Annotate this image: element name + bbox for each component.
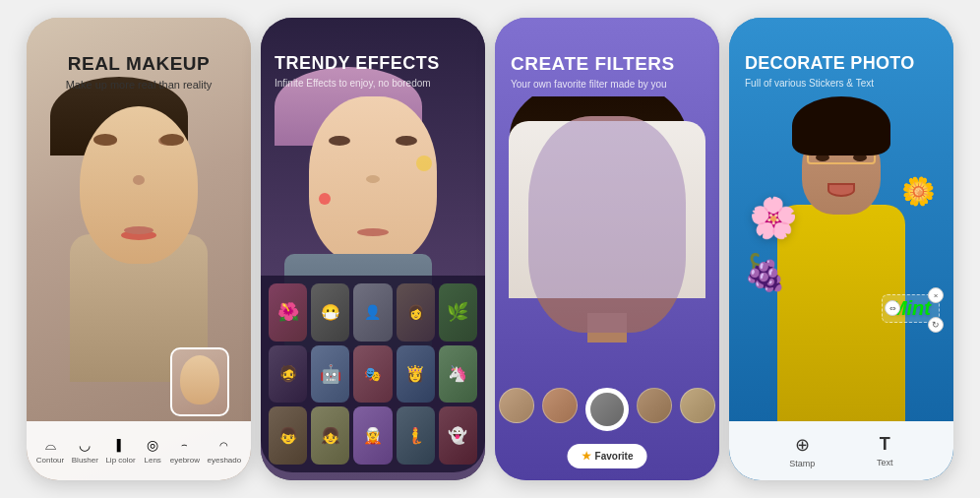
card-create-filters: CREATE FILTERS Your own favorite filter … <box>495 18 719 480</box>
effect-thumb-11[interactable]: 👦 <box>269 406 307 465</box>
filter-circle-active[interactable] <box>585 388 629 431</box>
effect-thumb-10[interactable]: 🦄 <box>439 345 477 404</box>
card2-title: TRENDY EFFECTS <box>275 53 471 74</box>
filter-circle-2[interactable] <box>542 388 578 423</box>
stamp-icon: ⊕ <box>795 434 810 456</box>
card3-text-area: CREATE FILTERS Your own favorite filter … <box>495 53 719 90</box>
toolbar-lens[interactable]: ◎ Lens <box>143 437 162 465</box>
card4-title: DECORATE PHOTO <box>745 53 938 74</box>
card1-title: REAL MAKEUP <box>27 53 251 75</box>
card2-left-eye <box>329 136 350 146</box>
effect-thumb-14[interactable]: 🧜 <box>397 406 435 465</box>
effect-thumb-2[interactable]: 😷 <box>311 283 349 342</box>
effect-dot-red <box>319 193 331 205</box>
card-real-makeup: REAL MAKEUP Make up more real than reali… <box>27 18 251 480</box>
card3-subtitle: Your own favorite filter made by you <box>511 79 704 90</box>
card2-right-eye <box>396 136 417 146</box>
card1-thumbnail <box>170 347 229 416</box>
stamp-label: Stamp <box>789 459 815 468</box>
card1-face-area <box>60 106 217 382</box>
eyeshadow-icon: ◠ <box>214 437 234 453</box>
effect-thumb-13[interactable]: 🧝 <box>353 406 392 465</box>
card2-text-area: TRENDY EFFECTS Infinite Effects to enjoy… <box>275 53 471 89</box>
card4-text-area: DECORATE PHOTO Full of various Stickers … <box>729 53 953 89</box>
effect-thumb-3[interactable]: 👤 <box>353 283 392 342</box>
card2-nose <box>366 175 380 183</box>
filter-circle-4[interactable] <box>680 388 715 423</box>
favorite-button[interactable]: ★ Favorite <box>568 444 647 468</box>
lip-color-label: Lip color <box>105 456 135 465</box>
star-icon: ★ <box>582 450 591 463</box>
lens-label: Lens <box>145 456 161 465</box>
card1-left-eye <box>93 134 117 146</box>
card4-person-area: 🌸 🌼 🍇 Mint × ↻ ⇔ <box>729 96 953 421</box>
toolbar-eyebrow[interactable]: ⌢ eyebrow <box>170 437 200 465</box>
card3-title: CREATE FILTERS <box>511 53 704 75</box>
card-decorate-photo: DECORATE PHOTO Full of various Stickers … <box>729 18 953 480</box>
effect-dot-yellow <box>416 156 432 171</box>
blusher-icon: ◡ <box>75 437 94 453</box>
effect-thumb-6[interactable]: 🧔 <box>269 345 307 404</box>
contour-label: Contour <box>36 456 64 465</box>
card2-lips <box>357 228 389 236</box>
sticker-close-control[interactable]: × <box>928 287 944 303</box>
lens-icon: ◎ <box>143 437 162 453</box>
toolbar-eyeshadow[interactable]: ◠ eyeshado <box>208 437 242 465</box>
filter-circle-1[interactable] <box>499 388 534 423</box>
main-container: REAL MAKEUP Make up more real than reali… <box>0 0 980 498</box>
effect-thumb-9[interactable]: 👸 <box>397 345 435 404</box>
sticker-flower-large[interactable]: 🌸 <box>749 195 798 241</box>
favorite-label: Favorite <box>595 451 634 462</box>
effect-thumb-12[interactable]: 👧 <box>311 406 349 465</box>
card3-face <box>528 116 686 333</box>
card1-lips <box>121 230 156 240</box>
effect-thumb-15[interactable]: 👻 <box>439 406 477 465</box>
eyebrow-icon: ⌢ <box>175 437 195 453</box>
eyebrow-label: eyebrow <box>170 456 200 465</box>
card3-filter-overlay <box>528 116 686 333</box>
card3-filter-circles[interactable] <box>495 388 719 431</box>
sticker-flower-small[interactable]: 🌼 <box>901 175 936 208</box>
card1-subtitle: Make up more real than reality <box>27 79 251 91</box>
effect-thumb-4[interactable]: 👩 <box>397 283 435 342</box>
card4-subtitle: Full of various Stickers & Text <box>745 78 938 89</box>
card1-face <box>60 106 217 264</box>
contour-icon: ⌓ <box>40 437 60 453</box>
card2-face <box>309 96 437 264</box>
effect-thumb-7[interactable]: 🤖 <box>311 345 349 404</box>
card4-person-hair <box>792 96 890 156</box>
card4-mouth <box>827 183 855 197</box>
card1-face-oval <box>80 106 198 264</box>
card1-thumb-face <box>180 355 219 405</box>
card3-face-area <box>495 96 719 392</box>
card1-right-eye <box>160 134 184 146</box>
card1-text-area: REAL MAKEUP Make up more real than reali… <box>27 53 251 91</box>
toolbar-blusher[interactable]: ◡ Blusher <box>72 437 98 465</box>
filter-circle-3[interactable] <box>637 388 672 423</box>
card1-nose <box>133 175 145 185</box>
blusher-label: Blusher <box>72 456 98 465</box>
lip-color-icon: ▌ <box>111 437 131 453</box>
text-label: Text <box>877 458 893 467</box>
sticker-handle-control[interactable]: ⇔ <box>885 300 900 316</box>
effect-thumb-8[interactable]: 🎭 <box>353 345 392 404</box>
sticker-grapes[interactable]: 🍇 <box>743 252 787 293</box>
card2-subtitle: Infinite Effects to enjoy, no boredom <box>275 78 471 89</box>
toolbar-contour[interactable]: ⌓ Contour <box>36 437 64 465</box>
card-trendy-effects: TRENDY EFFECTS Infinite Effects to enjoy… <box>261 18 485 480</box>
toolbar4-stamp[interactable]: ⊕ Stamp <box>789 434 815 468</box>
toolbar-lip-color[interactable]: ▌ Lip color <box>105 437 135 465</box>
card1-bottom-toolbar: ⌓ Contour ◡ Blusher ▌ Lip color ◎ Lens ⌢… <box>27 421 251 480</box>
sticker-rotate-control[interactable]: ↻ <box>928 317 944 333</box>
text-icon: T <box>880 434 890 455</box>
card2-effects-grid: 🌺 😷 👤 👩 🌿 🧔 🤖 🎭 👸 🦄 👦 👧 🧝 🧜 👻 <box>261 276 485 472</box>
eyeshadow-label: eyeshado <box>208 456 242 465</box>
card4-bottom-toolbar: ⊕ Stamp T Text <box>729 421 953 480</box>
effect-thumb-1[interactable]: 🌺 <box>269 283 307 342</box>
toolbar4-text[interactable]: T Text <box>877 434 893 467</box>
effect-thumb-5[interactable]: 🌿 <box>439 283 477 342</box>
